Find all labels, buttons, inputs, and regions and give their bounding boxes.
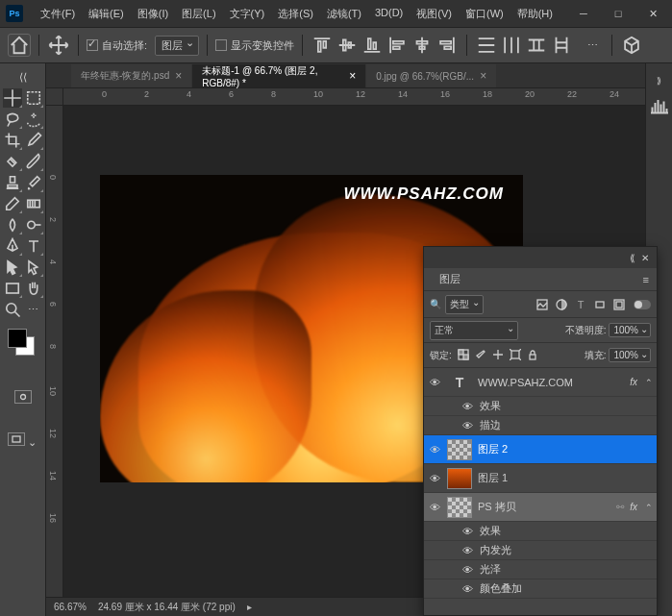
auto-select-dropdown[interactable]: 图层 [155,36,199,56]
panel-menu-icon[interactable]: ≡ [643,274,649,285]
lasso-tool[interactable] [3,110,22,129]
filter-smart-icon[interactable] [612,298,626,311]
layer-name[interactable]: 图层 2 [478,442,653,456]
menu-help[interactable]: 帮助(H) [511,3,559,25]
ruler-vertical[interactable]: 0246810121416 [46,106,63,616]
show-transform-check[interactable]: 显示变换控件 [215,38,294,53]
status-flyout-icon[interactable]: ▸ [247,602,252,612]
direct-select-tool[interactable] [24,258,43,277]
layer-effect-row[interactable]: 👁 效果 [424,397,657,416]
distribute-icon[interactable] [550,34,573,57]
fx-badge[interactable]: fx [630,502,637,512]
screenmode-button[interactable] [8,432,25,446]
zoom-tool[interactable] [3,300,22,319]
crop-tool[interactable] [3,131,22,150]
eyedropper-tool[interactable] [24,131,43,150]
align-right-icon[interactable] [436,34,459,57]
dodge-tool[interactable] [24,215,43,234]
eraser-tool[interactable] [3,194,22,213]
collapse-icon[interactable]: ⟪ [630,253,635,263]
filter-shape-icon[interactable] [593,298,607,311]
maximize-button[interactable]: □ [605,4,632,23]
align-bottom-icon[interactable] [361,34,384,57]
minimize-button[interactable]: ─ [570,4,597,23]
distribute-icon[interactable] [525,34,548,57]
link-icon[interactable]: ⚯ [616,502,624,512]
layer-effect-row[interactable]: 👁 内发光 [424,541,657,560]
align-top-icon[interactable] [311,34,334,57]
layer-effect-row[interactable]: 👁 光泽 [424,560,657,579]
layer-effect-row[interactable]: 👁 描边 [424,416,657,435]
close-icon[interactable]: × [480,69,486,83]
marquee-tool[interactable] [24,88,43,108]
healing-tool[interactable] [3,152,22,171]
lock-transparent-icon[interactable] [458,349,469,362]
panel-expand-icon[interactable]: ⟨⟨ [13,67,33,86]
blur-tool[interactable] [3,215,22,234]
close-icon[interactable]: × [175,69,182,83]
3d-mode-icon[interactable] [620,34,643,57]
zoom-level[interactable]: 66.67% [54,602,87,612]
lock-artboard-icon[interactable] [510,349,521,362]
visibility-icon[interactable]: 👁 [460,525,474,538]
filter-adjust-icon[interactable] [555,298,568,311]
visibility-icon[interactable]: 👁 [460,419,474,432]
layer-row[interactable]: 👁 图层 1 [424,464,657,493]
fx-badge[interactable]: fx [630,377,637,387]
menu-edit[interactable]: 编辑(E) [83,3,130,25]
pen-tool[interactable] [3,236,22,256]
auto-select-check[interactable]: 自动选择: [87,38,147,53]
filter-toggle[interactable] [634,300,651,309]
close-panel-icon[interactable]: ✕ [641,253,649,263]
visibility-icon[interactable]: 👁 [428,472,441,485]
hand-tool[interactable] [24,279,43,298]
quick-select-tool[interactable] [24,110,43,129]
menu-layer[interactable]: 图层(L) [176,3,221,25]
fill-value[interactable]: 100% [609,348,651,362]
menu-3d[interactable]: 3D(D) [369,3,409,25]
align-left-icon[interactable] [386,34,409,57]
ruler-horizontal[interactable]: 02468101214161820222426 [63,88,645,106]
visibility-icon[interactable]: 👁 [428,501,441,514]
layer-effect-row[interactable]: 👁 颜色叠加 [424,579,657,599]
doc-tab[interactable]: 未标题-1 @ 66.7% (图层 2, RGB/8#) *× [192,64,365,87]
menu-filter[interactable]: 滤镜(T) [321,3,367,25]
close-icon[interactable]: × [349,69,356,83]
layer-name[interactable]: PS 拷贝 [478,500,610,514]
doc-dimensions[interactable]: 24.69 厘米 x 16.44 厘米 (72 ppi) [98,601,236,614]
distribute-icon[interactable] [500,34,523,57]
foreground-color[interactable] [8,329,27,348]
layer-row-smart[interactable]: 👁 PS 拷贝 ⚯ fx ⌃ [424,493,657,522]
layer-thumb[interactable] [447,468,472,489]
color-swatches[interactable] [2,327,44,361]
align-vcenter-icon[interactable] [336,34,359,57]
path-select-tool[interactable] [3,258,22,277]
stamp-tool[interactable] [3,173,22,192]
lock-all-icon[interactable] [527,349,538,362]
menu-window[interactable]: 窗口(W) [460,3,510,25]
filter-pixel-icon[interactable] [535,298,549,311]
menu-file[interactable]: 文件(F) [35,3,81,25]
layer-name[interactable]: 图层 1 [478,471,653,485]
fx-collapse-icon[interactable]: ⌃ [645,378,653,387]
more-options-icon[interactable]: ⋯ [581,34,604,57]
layer-thumb[interactable] [447,497,472,518]
screenmode-flyout[interactable]: ⌄ [27,432,38,452]
dock-collapse-icon[interactable]: ⟫ [648,69,671,92]
close-button[interactable]: ✕ [639,4,666,23]
move-tool-icon[interactable] [47,34,70,57]
layer-row-text[interactable]: 👁 T WWW.PSAHZ.COM fx ⌃ [424,368,657,397]
opacity-value[interactable]: 100% [609,323,651,337]
home-button[interactable] [8,34,31,57]
layers-panel[interactable]: ⟪ ✕ 图层 ≡ 🔍 类型 T 正常 不透明度: 100% 锁定: [423,246,658,616]
menu-image[interactable]: 图像(I) [132,3,174,25]
visibility-icon[interactable]: 👁 [460,400,474,413]
filter-type-icon[interactable]: T [574,298,587,311]
visibility-icon[interactable]: 👁 [460,563,474,577]
visibility-icon[interactable]: 👁 [428,376,441,389]
shape-tool[interactable] [3,279,22,298]
menu-type[interactable]: 文字(Y) [224,3,271,25]
fx-collapse-icon[interactable]: ⌃ [645,503,653,512]
visibility-icon[interactable]: 👁 [428,443,441,456]
blend-mode-dropdown[interactable]: 正常 [430,321,518,340]
